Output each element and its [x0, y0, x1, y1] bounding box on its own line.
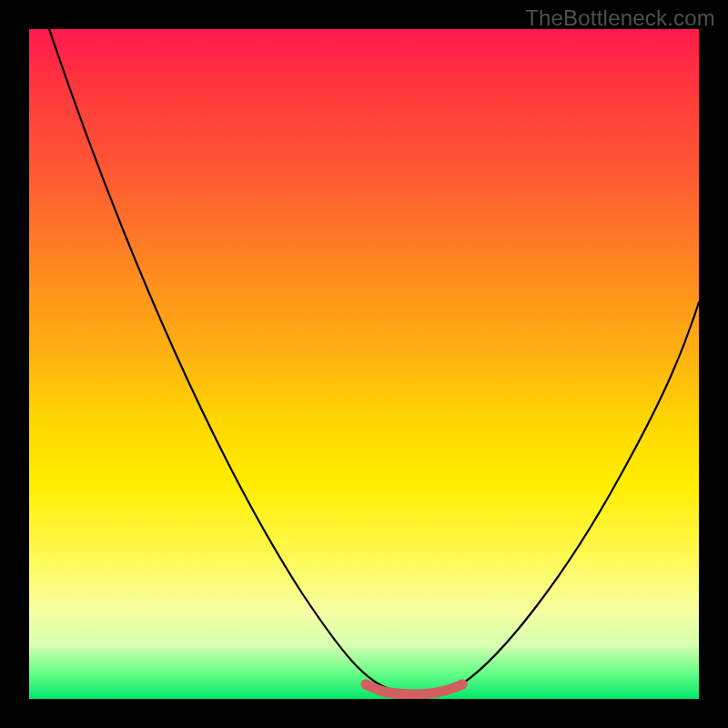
bottleneck-curve [49, 29, 699, 693]
optimal-start-dot [361, 680, 371, 690]
optimal-end-dot [458, 680, 468, 690]
plot-svg [29, 29, 699, 699]
chart-frame: TheBottleneck.com [0, 0, 728, 728]
optimal-region [366, 684, 462, 694]
watermark-text: TheBottleneck.com [525, 5, 715, 31]
